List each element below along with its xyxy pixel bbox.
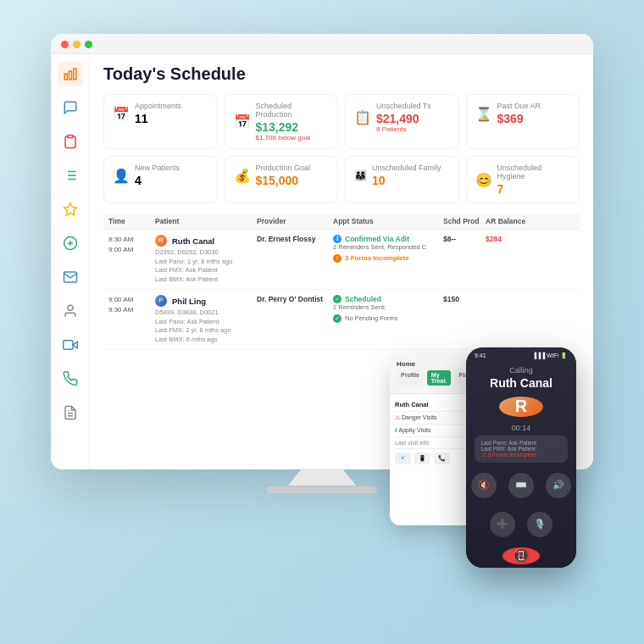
provider-name-2: Dr. Perry O' Dontist [257,295,333,303]
patient-details-2: D5499, D3838, D0021 Last Pano: Ask Patie… [155,308,257,344]
tablet-tab-profile[interactable]: Profile [397,370,424,386]
add-call-button[interactable]: ➕ [490,512,515,537]
patient-name: Ruth Canal [172,236,214,246]
stat-past-due-ar: ⌛ Past Due AR $369 [466,94,580,149]
phone-calling-label: Calling [509,366,533,375]
sidebar-item-video[interactable] [58,332,83,358]
unscheduled-family-label: Unscheduled Family [372,164,441,172]
new-patients-label: New Patients [135,164,180,172]
speaker-button[interactable]: 🔊 [546,473,571,498]
patient-cell: R Ruth Canal D2392, D6292, D3030 Last Pa… [155,235,257,284]
patient-details: D2392, D6292, D3030 Last Pano: 1 yr, 8 m… [155,248,257,284]
table-row[interactable]: 8:30 AM 9:00 AM R Ruth Canal D2392, D629… [103,230,580,290]
dot-yellow [73,41,80,48]
provider-cell-2: Dr. Perry O' Dontist [257,295,333,303]
stat-unscheduled-hygiene: 😊 Unscheduled Hygiene 7 [466,156,580,203]
status-detail-2: 2 Reminders Sent; [333,303,443,313]
monitor-wrapper: Today's Schedule 📅 Appointments 11 [34,34,610,610]
prod-cell: $8-- [443,235,486,243]
unscheduled-tx-label: Unscheduled Tx [376,102,431,110]
mute-button[interactable]: 🔇 [471,473,497,498]
svg-rect-1 [69,71,71,80]
phone-buttons-row: 🔇 ⌨️ 🔊 [471,473,571,498]
sidebar-item-list[interactable] [58,163,83,188]
col-ar-balance: AR Balance [486,217,536,225]
production-goal-value: $15,000 [256,174,311,187]
phone-caller-name: Ruth Canal [490,376,552,390]
new-patients-icon: 👤 [113,168,130,184]
unscheduled-hygiene-label: Unscheduled Hygiene [497,164,571,180]
unscheduled-tx-sub: 8 Patients [376,125,431,133]
unscheduled-tx-icon: 📋 [354,109,371,125]
stat-production-goal: 💰 Production Goal $15,000 [225,156,339,203]
status-forms: No Pending Forms [345,314,398,324]
past-due-icon: ⌛ [475,106,492,122]
prod-cell-2: $150 [443,295,486,303]
svg-point-14 [68,305,73,310]
svg-rect-3 [68,136,73,138]
unscheduled-hygiene-value: 7 [497,182,571,196]
new-patients-value: 4 [135,174,180,187]
monitor-dots [51,34,593,54]
sidebar-item-star[interactable] [58,197,83,222]
past-due-label: Past Due AR [497,102,541,110]
patient-cell-2: P Phil Ling D5499, D3838, D0021 Last Pan… [155,295,257,344]
dot-red [61,41,69,48]
stat-scheduled-production: 📅 Scheduled Production $13,292 $1,708 be… [225,94,339,149]
col-patient: Patient [155,217,257,225]
unscheduled-hygiene-icon: 😊 [475,172,492,188]
phone-status: 9:41 ▐▐▐ WiFi 🔋 [466,347,576,361]
sidebar-item-phone[interactable] [58,366,83,391]
phone-call-info: Last Pano: Ask Patient Last FMX: Ask Pat… [475,436,569,463]
sidebar-item-report[interactable] [58,400,83,425]
sidebar [51,54,90,469]
end-call-button[interactable]: 📵 [502,547,540,564]
phone-timer: 00:14 [512,424,531,432]
production-goal-icon: 💰 [234,168,251,184]
patient-avatar-2: P [155,295,167,307]
svg-marker-15 [73,341,77,348]
audi-button[interactable]: 🎙️ [527,512,552,537]
sidebar-item-dollar[interactable] [58,230,83,256]
sidebar-item-chart[interactable] [58,61,83,86]
past-due-value: $369 [497,112,541,125]
appointments-icon: 📅 [113,106,130,122]
sidebar-item-mail[interactable] [58,264,83,290]
status-icon-confirmed: ℹ [333,235,341,243]
stat-unscheduled-tx: 📋 Unscheduled Tx $21,490 8 Patients [345,94,459,149]
monitor-base [267,486,377,493]
svg-rect-16 [63,341,72,350]
tablet-tab-mytreat[interactable]: My Treat. [427,370,452,386]
col-provider: Provider [257,217,333,225]
scheduled-prod-value: $13,292 [256,120,330,134]
keypad-button[interactable]: ⌨️ [508,473,534,498]
page-title: Today's Schedule [103,64,580,84]
unscheduled-family-icon: 👨‍👩‍👧 [354,169,367,181]
sidebar-item-person[interactable] [58,298,83,324]
status-scheduled: Scheduled [345,295,381,303]
phone: 9:41 ▐▐▐ WiFi 🔋 Calling Ruth Canal R 00:… [466,347,576,568]
col-prod: Schd Prod [443,217,486,225]
table-row[interactable]: 9:00 AM 9:30 AM P Phil Ling D5499, D3838… [103,290,580,350]
phone-wrapper: 9:41 ▐▐▐ WiFi 🔋 Calling Ruth Canal R 00:… [466,347,585,576]
unscheduled-family-value: 10 [372,174,441,187]
col-appt-status: Appt Status [333,217,443,225]
time-cell: 8:30 AM 9:00 AM [108,235,155,255]
schedule-table: Time Patient Provider Appt Status Schd P… [103,214,580,350]
phone-extra-buttons: ➕ 🎙️ [490,512,552,537]
time-cell-2: 9:00 AM 9:30 AM [108,295,155,315]
dot-green [85,41,92,48]
sidebar-item-clipboard[interactable] [58,129,83,154]
production-goal-label: Production Goal [256,164,311,172]
tablet-patient-name: Ruth Canal [395,401,429,408]
sidebar-item-chat[interactable] [58,95,83,120]
scheduled-prod-sub: $1,708 below goal [256,134,330,142]
monitor-stand [288,469,356,486]
patient-name-2: Phil Ling [172,297,206,306]
phone-avatar: R [499,397,543,417]
provider-name: Dr. Ernest Flossy [257,235,333,243]
appointments-value: 11 [135,112,181,125]
status-detail: 2 Reminders Sent; Responded C [333,243,443,253]
stats-grid: 📅 Appointments 11 📅 Scheduled Production [103,94,580,203]
appointments-label: Appointments [135,102,181,110]
